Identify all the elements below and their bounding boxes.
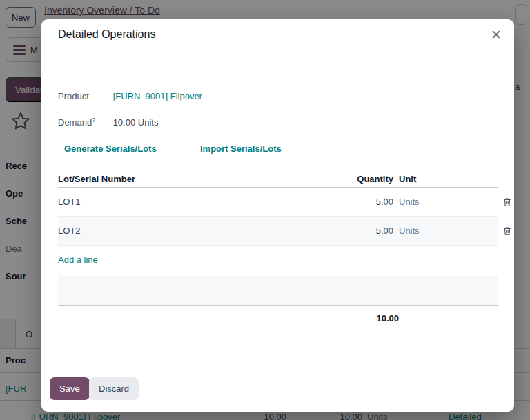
- lot-number-cell[interactable]: LOT2: [58, 217, 81, 246]
- lot-number-cell[interactable]: LOT1: [58, 188, 81, 217]
- modal-title: Detailed Operations: [58, 28, 155, 41]
- quantity-cell[interactable]: 5.00: [304, 188, 393, 217]
- delete-row-button[interactable]: [497, 188, 518, 217]
- demand-label: Demand?: [58, 117, 110, 128]
- trash-icon: [502, 226, 512, 236]
- demand-field-row: Demand? 10.00 Units: [58, 117, 158, 128]
- import-serials-button[interactable]: Import Serials/Lots: [200, 143, 282, 154]
- product-label: Product: [58, 91, 110, 101]
- col-header-quantity: Quantity: [304, 174, 393, 184]
- lot-table-row[interactable]: LOT2 5.00 Units: [58, 217, 498, 246]
- divider: [41, 54, 514, 54]
- add-a-line-button[interactable]: Add a line: [58, 246, 98, 274]
- product-value-link[interactable]: [FURN_9001] Flipover: [113, 91, 202, 101]
- save-button[interactable]: Save: [50, 377, 90, 400]
- product-field-row: Product [FURN_9001] Flipover: [58, 91, 202, 101]
- screen: New Inventory Overview / To Do M Validat…: [0, 0, 530, 420]
- generate-serials-button[interactable]: Generate Serials/Lots: [64, 143, 157, 154]
- demand-value: 10.00 Units: [113, 117, 159, 128]
- unit-cell: Units: [399, 188, 420, 217]
- col-header-lot: Lot/Serial Number: [58, 174, 135, 184]
- lot-table-row[interactable]: LOT1 5.00 Units: [58, 188, 498, 217]
- quantity-cell[interactable]: 5.00: [304, 217, 393, 246]
- delete-row-button[interactable]: [497, 217, 518, 246]
- add-line-row: Add a line: [58, 246, 498, 274]
- unit-cell: Units: [399, 217, 420, 246]
- col-header-unit: Unit: [399, 174, 416, 184]
- close-icon[interactable]: ✕: [487, 25, 506, 44]
- help-icon: ?: [92, 117, 95, 123]
- discard-button[interactable]: Discard: [89, 377, 139, 400]
- empty-table-row: [58, 276, 498, 306]
- detailed-operations-modal: Detailed Operations ✕ Product [FURN_9001…: [41, 19, 514, 412]
- trash-icon: [502, 197, 512, 207]
- quantity-total: 10.00: [58, 313, 399, 323]
